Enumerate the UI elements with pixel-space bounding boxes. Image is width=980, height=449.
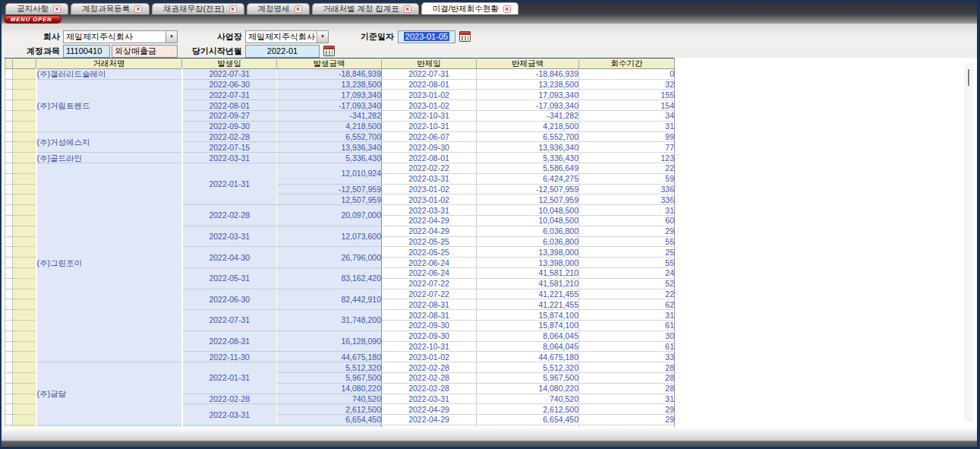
occurrence-date-cell[interactable]: 2022-08-01 (182, 100, 277, 111)
row-indicator-cell[interactable] (5, 383, 13, 394)
occurrence-date-cell[interactable]: 2022-09-27 (182, 110, 277, 121)
collection-days-cell[interactable]: 25 (579, 247, 675, 258)
row-selector-cell[interactable] (13, 330, 36, 341)
settlement-amount-cell[interactable]: 5,512,320 (477, 362, 579, 373)
vertical-scrollbar[interactable] (964, 63, 973, 422)
settlement-amount-cell[interactable]: -341,282 (477, 110, 579, 121)
occurrence-amount-cell[interactable]: 4,218,500 (277, 121, 382, 131)
settlement-amount-cell[interactable]: 12,507,959 (477, 194, 579, 205)
collection-days-cell[interactable]: 155 (579, 90, 675, 100)
settlement-amount-cell[interactable]: 10,048,500 (477, 205, 579, 216)
row-indicator-cell[interactable] (5, 153, 13, 163)
occurrence-date-cell[interactable]: 2022-01-31 (182, 362, 277, 394)
settlement-date-cell[interactable]: 2022-03-31 (382, 205, 477, 216)
row-indicator-cell[interactable] (5, 131, 13, 142)
customer-name-cell[interactable]: (주)거성에스지 (36, 131, 182, 153)
occurrence-date-cell[interactable]: 2022-05-31 (182, 267, 277, 289)
row-selector-cell[interactable] (13, 194, 36, 205)
row-selector-cell[interactable] (13, 247, 36, 258)
occurrence-amount-cell[interactable]: 82,442,910 (277, 289, 382, 310)
settlement-date-cell[interactable]: 2022-02-22 (382, 163, 477, 173)
occurrence-date-cell[interactable]: 2022-09-30 (182, 121, 277, 131)
collection-days-cell[interactable]: 28 (579, 372, 675, 383)
close-icon[interactable]: × (53, 5, 61, 13)
menu-open-button[interactable]: MENU OPEN (4, 15, 61, 24)
occurrence-date-cell[interactable]: 2022-03-31 (182, 153, 277, 163)
occurrence-amount-cell[interactable]: 5,336,430 (277, 153, 382, 163)
occurrence-amount-cell[interactable]: 31,748,200 (277, 310, 382, 331)
settlement-date-cell[interactable]: 2022-04-29 (382, 226, 477, 236)
collection-days-cell[interactable]: 55 (579, 236, 675, 247)
collection-days-cell[interactable]: 77 (579, 142, 675, 153)
collection-days-cell[interactable]: 61 (579, 341, 675, 352)
close-icon[interactable]: × (229, 5, 237, 13)
row-selector-cell[interactable] (13, 372, 36, 383)
settlement-amount-cell[interactable]: 15,874,100 (477, 310, 579, 321)
row-indicator-cell[interactable] (5, 79, 13, 90)
site-select[interactable]: 제일제지주식회사 ▼ (245, 30, 329, 43)
collection-days-cell[interactable]: 52 (579, 278, 675, 289)
close-icon[interactable]: × (134, 5, 142, 13)
settlement-amount-cell[interactable]: 5,336,430 (477, 153, 579, 163)
row-indicator-cell[interactable] (5, 226, 13, 236)
settlement-date-cell[interactable]: 2022-09-30 (382, 320, 477, 330)
settlement-amount-cell[interactable]: 13,398,000 (477, 258, 579, 268)
row-indicator-cell[interactable] (5, 215, 13, 226)
collection-days-cell[interactable]: 22 (579, 289, 675, 299)
row-indicator-cell[interactable] (5, 310, 13, 321)
row-indicator-cell[interactable] (5, 320, 13, 330)
settlement-date-cell[interactable]: 2022-06-07 (382, 131, 477, 142)
collection-days-cell[interactable]: 32 (579, 79, 675, 90)
row-indicator-cell[interactable] (5, 163, 13, 173)
row-selector-cell[interactable] (13, 142, 36, 153)
row-selector-cell[interactable] (13, 310, 36, 321)
occurrence-amount-cell[interactable]: 12,010,924 (277, 163, 382, 184)
settlement-amount-cell[interactable]: 41,221,455 (477, 289, 579, 299)
settlement-date-cell[interactable]: 2022-07-22 (382, 278, 477, 289)
row-indicator-cell[interactable] (5, 173, 13, 184)
settlement-date-cell[interactable]: 2022-05-25 (382, 236, 477, 247)
settlement-date-cell[interactable]: 2022-02-28 (382, 362, 477, 373)
row-indicator-cell[interactable] (5, 341, 13, 352)
occurrence-date-cell[interactable]: 2022-03-31 (182, 404, 277, 425)
settlement-date-cell[interactable]: 2023-01-02 (382, 184, 477, 194)
account-name-field[interactable]: 외상매출금 (112, 45, 178, 58)
calendar-icon[interactable] (323, 46, 335, 56)
settlement-date-cell[interactable]: 2023-01-02 (382, 100, 477, 111)
occurrence-date-cell[interactable]: 2022-01-31 (182, 163, 277, 204)
table-row[interactable]: (주)갤러리드슬레이2022-07-31-18,846,9392022-07-3… (5, 68, 675, 79)
settlement-amount-cell[interactable]: 740,520 (477, 394, 579, 404)
row-selector-cell[interactable] (13, 215, 36, 226)
tab-4[interactable]: 계정명세× (247, 3, 310, 14)
settlement-amount-cell[interactable]: 2,612,500 (477, 404, 579, 415)
occurrence-amount-cell[interactable]: 20,097,000 (277, 205, 382, 226)
tab-1[interactable]: 공지사항× (5, 3, 68, 14)
row-selector-cell[interactable] (13, 383, 36, 394)
collection-days-cell[interactable]: 29 (579, 404, 675, 415)
row-indicator-cell[interactable] (5, 362, 13, 373)
settlement-amount-cell[interactable]: 6,654,450 (477, 415, 579, 425)
occurrence-date-cell[interactable]: 2022-07-15 (182, 142, 277, 153)
settlement-date-cell[interactable]: 2022-05-25 (382, 247, 477, 258)
row-selector-cell[interactable] (13, 163, 36, 173)
occurrence-date-cell[interactable]: 2022-07-31 (182, 310, 277, 331)
row-selector-cell[interactable] (13, 258, 36, 268)
occurrence-amount-cell[interactable]: -17,093,340 (277, 100, 382, 111)
collection-days-cell[interactable]: 123 (579, 153, 675, 163)
collection-days-cell[interactable]: 31 (579, 205, 675, 216)
occurrence-amount-cell[interactable]: 17,093,340 (277, 90, 382, 100)
row-indicator-cell[interactable] (5, 184, 13, 194)
settlement-date-cell[interactable]: 2022-03-31 (382, 394, 477, 404)
row-indicator-cell[interactable] (5, 110, 13, 121)
row-selector-cell[interactable] (13, 278, 36, 289)
row-selector-cell[interactable] (13, 362, 36, 373)
occurrence-date-cell[interactable]: 2022-06-30 (182, 289, 277, 310)
row-indicator-cell[interactable] (5, 121, 13, 131)
occurrence-date-cell[interactable]: 2022-02-28 (182, 394, 277, 404)
occurrence-amount-cell[interactable]: 13,936,340 (277, 142, 382, 153)
customer-name-cell[interactable]: (주)금담 (36, 362, 182, 425)
settlement-date-cell[interactable]: 2022-08-01 (382, 153, 477, 163)
collection-days-cell[interactable]: 60 (579, 215, 675, 226)
row-selector-cell[interactable] (13, 352, 36, 362)
collection-days-cell[interactable]: 55 (579, 258, 675, 268)
